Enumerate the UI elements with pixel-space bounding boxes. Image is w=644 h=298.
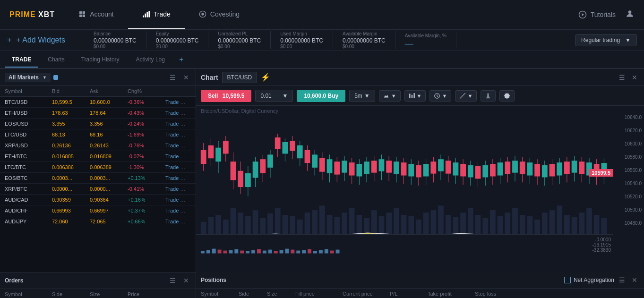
orders-menu-icon[interactable]: ☰ [168,276,178,285]
clock-button[interactable]: ▼ [429,90,451,102]
used-margin-label: Used Margin [280,31,323,36]
market-ask: 68.16 [90,132,128,137]
tab-charts[interactable]: Charts [41,52,71,68]
positions-close-icon[interactable]: ✕ [630,275,639,285]
svg-point-12 [628,10,632,14]
equity-label: Equity [156,31,199,36]
market-row[interactable]: LTC/BTC 0.006386 0.006389 -1.30% Trade … [0,162,196,173]
market-chg: -0.43% [128,110,165,116]
svg-rect-188 [223,251,227,254]
chart-menu-icon[interactable]: ☰ [617,73,627,82]
market-trade-button[interactable]: Trade … [165,208,194,213]
chart-close-icon[interactable]: ✕ [630,73,639,82]
svg-rect-131 [408,164,414,176]
svg-rect-109 [327,159,333,173]
tab-trading-history[interactable]: Trading History [74,52,127,68]
quantity-input[interactable]: 0.01 ▼ [255,90,293,102]
trading-mode-selector[interactable]: Regular trading ▼ [575,34,637,46]
market-row[interactable]: EOS/BTC 0.0003... 0.0003... +0.13% Trade… [0,173,196,184]
toolbar: + + Add Widgets Balance 0.00000000 BTC $… [0,30,644,51]
market-row[interactable]: XRP/BTC 0.0000... 0.0000... -0.41% Trade… [0,184,196,195]
svg-rect-99 [290,141,295,151]
market-bid: 0.0003... [52,175,90,181]
market-row[interactable]: EOS/USD 3.355 3.356 -0.24% Trade … [0,119,196,129]
svg-rect-89 [253,162,258,178]
draw-button[interactable]: ▼ [455,90,477,102]
tab-activity-log[interactable]: Activity Log [129,52,172,68]
market-trade-button[interactable]: Trade … [165,110,194,116]
tutorials-button[interactable]: Tutorials [578,10,616,19]
market-trade-button[interactable]: Trade … [165,143,194,148]
net-aggregation-checkbox[interactable] [564,277,571,283]
orders-title: Orders [5,277,23,284]
market-chg: +0.16% [128,197,165,203]
orders-close-icon[interactable]: ✕ [181,276,191,285]
market-trade-button[interactable]: Trade … [165,153,194,159]
market-symbol: AUD/JPY [5,219,52,224]
col-bid: Bid [52,88,90,94]
tab-trade[interactable]: TRADE [5,52,38,68]
market-bid: 10,599.5 [52,99,90,105]
gear-button[interactable] [499,90,515,102]
market-row[interactable]: ETH/USD 178.63 178.64 -0.43% Trade … [0,108,196,119]
hamburger-icon[interactable]: ☰ [168,73,178,82]
qty-dropdown-icon: ▼ [283,93,288,99]
market-trade-button[interactable]: Trade … [165,175,194,181]
market-trade-button[interactable]: Trade … [165,164,194,170]
user-button[interactable] [625,9,635,21]
content-area: All Markets ▼ ☰ ✕ Symbol Bid Ask Chg% BT… [0,69,644,298]
svg-rect-83 [231,162,236,180]
market-chg: -0.07% [128,153,165,159]
svg-rect-95 [275,137,281,149]
market-row[interactable]: BTC/USD 10,599.5 10,600.0 -0.36% Trade … [0,97,196,108]
unrealized-pl-label: Unrealized PL [218,31,261,36]
sell-button[interactable]: Sell 10,599.5 [201,90,251,102]
svg-rect-153 [490,164,496,176]
nav-tab-covesting[interactable]: Covesting [185,0,254,29]
market-trade-button[interactable]: Trade … [165,197,194,203]
net-aggregation-label: Net Aggregation [574,277,614,283]
market-row[interactable]: LTC/USD 68.13 68.16 -1.69% Trade … [0,129,196,140]
nav-tab-trade[interactable]: Trade [128,0,185,29]
chart-settings-icon[interactable]: ⚡ [261,73,270,82]
market-row[interactable]: AUD/CAD 0.90359 0.90364 +0.16% Trade … [0,195,196,205]
chart-controls: ☰ ✕ [617,73,639,82]
market-row[interactable]: AUD/JPY 72.060 72.065 +0.66% Trade … [0,216,196,227]
market-trade-button[interactable]: Trade … [165,99,194,105]
flask-button[interactable] [481,90,496,102]
chart-symbol-button[interactable]: BTC/USD [222,72,258,83]
timeframe-selector[interactable]: 5m ▼ [349,90,375,102]
svg-rect-97 [282,142,288,154]
timeframe-dropdown-icon: ▼ [364,93,370,99]
market-selector[interactable]: All Markets ▼ [5,73,51,82]
orders-panel-header: Orders ☰ ✕ [0,272,196,289]
price-level-9: 10480.0 [616,221,642,226]
stat-unrealized-pl: Unrealized PL 0.00000000 BTC $0.00 [208,31,271,49]
market-symbol: EOS/BTC [5,175,52,181]
market-chg: +0.13% [128,175,165,181]
nav-tab-account[interactable]: Account [64,0,128,29]
price-scale: 10640.0 10620.0 10600.0 10580.0 10560.0 … [613,106,644,234]
add-widgets-button[interactable]: + + Add Widgets [7,36,65,44]
market-trade-button[interactable]: Trade … [165,132,194,137]
price-level-3: 10600.0 [616,141,642,146]
add-tab-button[interactable]: + [174,55,188,64]
svg-rect-81 [223,141,229,153]
positions-menu-icon[interactable]: ☰ [617,275,627,285]
market-row[interactable]: XRP/USD 0.26136 0.26143 -0.76% Trade … [0,140,196,151]
market-trade-button[interactable]: Trade … [165,219,194,224]
market-filter-dot[interactable] [53,75,58,80]
market-row[interactable]: AUD/CHF 0.66993 0.66997 +0.37% Trade … [0,205,196,216]
chart-type-button[interactable]: ▼ [404,90,426,102]
svg-rect-77 [208,145,214,158]
indicator-button[interactable]: ▼ [379,90,401,102]
market-row[interactable]: ETH/BTC 0.016805 0.016809 -0.07% Trade … [0,151,196,162]
market-trade-button[interactable]: Trade … [165,121,194,127]
equity-sub: $0.00 [156,44,199,49]
svg-rect-198 [280,250,283,254]
close-market-panel-icon[interactable]: ✕ [181,73,191,82]
orders-col-side: Side [52,291,90,297]
svg-rect-0 [79,11,82,14]
buy-button[interactable]: 10,600.0 Buy [297,90,345,102]
market-trade-button[interactable]: Trade … [165,186,194,192]
